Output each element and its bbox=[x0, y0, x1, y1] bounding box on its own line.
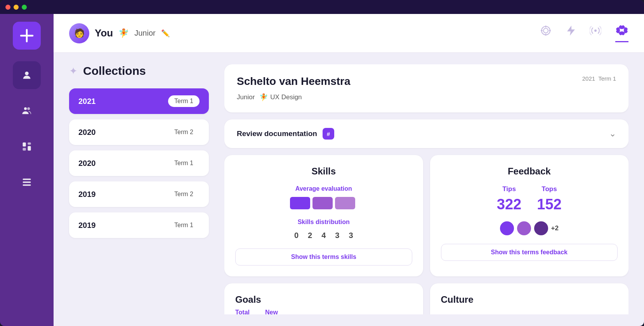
dist-3: 3 bbox=[335, 231, 339, 240]
culture-card: Culture bbox=[430, 283, 629, 314]
lightning-icon[interactable] bbox=[566, 25, 576, 41]
svg-rect-3 bbox=[23, 143, 26, 147]
collections-icon: ✦ bbox=[69, 65, 78, 77]
dist-label: Skills distribution bbox=[298, 219, 350, 226]
sidebar-item-list[interactable] bbox=[13, 168, 41, 196]
signal-icon[interactable] bbox=[590, 25, 601, 41]
svg-rect-7 bbox=[23, 179, 31, 180]
collections-title: Collections bbox=[83, 64, 146, 78]
collection-item-2[interactable]: 2020 Term 1 bbox=[69, 150, 209, 176]
svg-point-0 bbox=[25, 72, 28, 75]
svg-point-10 bbox=[542, 26, 550, 35]
left-panel: ✦ Collections 2021 Term 1 2020 Term 2 20… bbox=[69, 64, 209, 314]
svg-rect-9 bbox=[23, 185, 31, 186]
dist-1: 2 bbox=[308, 231, 312, 240]
collection-term-4: Term 1 bbox=[168, 219, 200, 231]
collection-year-1: 2020 bbox=[78, 128, 96, 137]
svg-point-11 bbox=[543, 28, 548, 33]
collection-item-0[interactable]: 2021 Term 1 bbox=[69, 88, 209, 114]
sidebar bbox=[0, 14, 54, 326]
svg-rect-8 bbox=[23, 181, 31, 183]
feedback-title: Feedback bbox=[508, 166, 551, 177]
profile-year: 2021 bbox=[582, 75, 595, 82]
maximize-dot[interactable] bbox=[22, 5, 27, 10]
tips-value: 322 bbox=[497, 196, 521, 213]
tips-col: Tips 322 bbox=[497, 185, 521, 213]
culture-arc bbox=[441, 309, 618, 314]
goals-subtitle: Total New bbox=[235, 309, 412, 314]
titlebar bbox=[0, 0, 644, 14]
culture-title: Culture bbox=[441, 294, 474, 305]
user-name: You bbox=[95, 27, 113, 39]
avatar-2 bbox=[517, 221, 531, 235]
tops-value: 152 bbox=[537, 196, 561, 213]
review-card[interactable]: Review documentation # ⌄ bbox=[224, 119, 628, 148]
svg-rect-6 bbox=[28, 146, 31, 151]
dist-numbers: 0 2 4 3 3 bbox=[294, 231, 353, 240]
collection-item-4[interactable]: 2019 Term 1 bbox=[69, 212, 209, 238]
minimize-dot[interactable] bbox=[14, 5, 19, 10]
feedback-metrics: Tips 322 Tops 152 bbox=[497, 185, 562, 213]
tops-label: Tops bbox=[542, 185, 557, 193]
show-feedback-button[interactable]: Show this terms feedback bbox=[441, 244, 618, 261]
dist-2: 4 bbox=[321, 231, 326, 240]
more-count: +2 bbox=[551, 224, 559, 232]
svg-point-2 bbox=[27, 107, 30, 110]
goals-culture-row: Goals Total New Culture bbox=[224, 283, 628, 314]
collection-term-0: Term 1 bbox=[168, 95, 200, 107]
content-area: 🧑 You 🧚 Junior ✏️ bbox=[54, 14, 644, 326]
profile-name: Schelto van Heemstra bbox=[237, 75, 351, 88]
avatar-1 bbox=[500, 221, 514, 235]
eval-bar bbox=[290, 197, 358, 209]
goals-new-label: New bbox=[265, 309, 278, 314]
sidebar-item-people[interactable] bbox=[13, 97, 41, 125]
review-hash-icon: # bbox=[323, 128, 334, 140]
svg-point-1 bbox=[24, 107, 27, 110]
svg-rect-4 bbox=[28, 143, 31, 145]
eval-seg-2 bbox=[312, 197, 333, 209]
sidebar-logo[interactable] bbox=[13, 22, 41, 50]
collection-term-2: Term 1 bbox=[168, 157, 200, 169]
edit-profile-icon[interactable]: ✏️ bbox=[161, 29, 170, 38]
discipline-icon: 🧚 bbox=[259, 93, 268, 102]
review-left: Review documentation # bbox=[237, 128, 334, 140]
feedback-card: Feedback Tips 322 Tops 152 bbox=[430, 155, 629, 276]
collection-year-0: 2021 bbox=[78, 97, 96, 106]
dist-4: 3 bbox=[349, 231, 353, 240]
tips-label: Tips bbox=[502, 185, 516, 193]
user-emoji-icon: 🧚 bbox=[118, 28, 129, 38]
target-icon[interactable] bbox=[540, 25, 552, 41]
feedback-avatars: +2 bbox=[500, 221, 559, 235]
collection-year-3: 2019 bbox=[78, 190, 96, 199]
skills-feedback-row: Skills Average evaluation Skills distrib… bbox=[224, 155, 628, 276]
collection-term-3: Term 2 bbox=[168, 188, 200, 200]
show-skills-button[interactable]: Show this terms skills bbox=[235, 248, 412, 266]
collection-item-3[interactable]: 2019 Term 2 bbox=[69, 181, 209, 207]
svg-rect-5 bbox=[23, 148, 26, 151]
user-level: Junior bbox=[134, 29, 155, 38]
svg-point-16 bbox=[594, 29, 597, 32]
goals-card: Goals Total New bbox=[224, 283, 423, 314]
close-dot[interactable] bbox=[5, 5, 10, 10]
right-panel: Schelto van Heemstra 2021 Term 1 Junior … bbox=[224, 64, 628, 314]
eval-seg-1 bbox=[290, 197, 310, 209]
sidebar-item-grid[interactable] bbox=[13, 133, 41, 160]
collection-year-4: 2019 bbox=[78, 221, 96, 230]
avatar: 🧑 bbox=[69, 23, 89, 43]
review-chevron-icon: ⌄ bbox=[609, 129, 616, 139]
app-window: 🧑 You 🧚 Junior ✏️ bbox=[0, 0, 644, 326]
profile-card: Schelto van Heemstra 2021 Term 1 Junior … bbox=[224, 64, 628, 112]
dist-0: 0 bbox=[294, 231, 299, 240]
goals-title: Goals bbox=[235, 294, 261, 305]
profile-meta: 2021 Term 1 bbox=[582, 75, 616, 82]
topnav: 🧑 You 🧚 Junior ✏️ bbox=[54, 14, 644, 53]
collection-item-1[interactable]: 2020 Term 2 bbox=[69, 119, 209, 145]
plus-flower-icon[interactable] bbox=[615, 24, 628, 42]
tops-col: Tops 152 bbox=[537, 185, 561, 213]
profile-discipline: 🧚 UX Design bbox=[259, 93, 302, 102]
goals-total-label: Total bbox=[235, 309, 250, 314]
collection-term-1: Term 2 bbox=[168, 126, 200, 138]
sidebar-item-person[interactable] bbox=[13, 61, 41, 89]
avatar-3 bbox=[534, 221, 548, 235]
page-content: ✦ Collections 2021 Term 1 2020 Term 2 20… bbox=[54, 53, 644, 326]
